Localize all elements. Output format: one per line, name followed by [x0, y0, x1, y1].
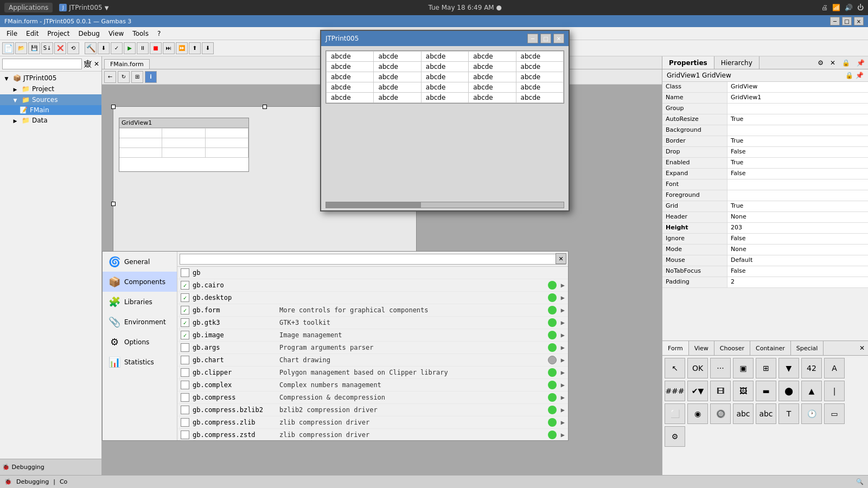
menu-view[interactable]: View: [104, 29, 128, 38]
toolbar-pause[interactable]: ⏸: [137, 42, 149, 54]
editor-btn-back[interactable]: ←: [104, 71, 116, 83]
palette-btn-4[interactable]: ⊞: [756, 358, 776, 378]
status-search-icon[interactable]: 🔍: [856, 478, 864, 485]
palette-btn-16[interactable]: ⬜: [665, 403, 685, 424]
props-lock2-icon[interactable]: 🔒: [845, 72, 853, 79]
window-indicator[interactable]: J JTPrint005 ▼: [59, 4, 108, 11]
editor-btn-refresh[interactable]: ↻: [118, 71, 130, 83]
sidebar-icon-graph[interactable]: 🕸: [84, 60, 92, 68]
props-row[interactable]: ClassGridView: [662, 82, 868, 93]
comp-sidebar-item-general[interactable]: 🌀General: [103, 252, 177, 272]
toolbar-step-up[interactable]: ⬆: [189, 42, 201, 54]
btab-form[interactable]: Form: [662, 341, 689, 355]
btab-view[interactable]: View: [689, 341, 714, 355]
sidebar-search-input[interactable]: [2, 59, 82, 69]
toolbar-step-end[interactable]: ⏭: [163, 42, 175, 54]
comp-arrow-5[interactable]: ▶: [561, 331, 565, 339]
toolbar-build[interactable]: 🔨: [85, 42, 97, 54]
comp-row-8[interactable]: gb.clipperPolygon management based on Cl…: [177, 367, 568, 379]
props-close-icon[interactable]: ✕: [827, 59, 839, 67]
props-row[interactable]: Font: [662, 179, 868, 190]
tab-properties[interactable]: Properties: [662, 56, 714, 69]
props-row[interactable]: HeaderNone: [662, 212, 868, 223]
palette-btn-10[interactable]: 🎞: [710, 381, 731, 401]
menu-tools[interactable]: Tools: [128, 29, 153, 38]
menu-edit[interactable]: Edit: [22, 29, 43, 38]
palette-btn-11[interactable]: 🖼: [733, 381, 754, 401]
app-close-btn[interactable]: ✕: [553, 34, 564, 43]
palette-btn-20[interactable]: abc: [756, 403, 776, 424]
palette-btn-24[interactable]: ⚙: [665, 426, 685, 447]
comp-row-13[interactable]: gb.compress.zstdzlib compression driver▶: [177, 429, 568, 440]
comp-check-11[interactable]: [181, 406, 189, 414]
btab-close-icon[interactable]: ✕: [856, 344, 868, 352]
props-row[interactable]: Group: [662, 104, 868, 114]
comp-sidebar-item-libraries[interactable]: 🧩Libraries: [103, 292, 177, 312]
comp-check-4[interactable]: [181, 318, 189, 327]
sidebar-close-search[interactable]: ✕: [94, 60, 99, 68]
app-maximize-btn[interactable]: □: [540, 34, 551, 43]
palette-btn-2[interactable]: ···: [710, 358, 731, 378]
props-pin-icon[interactable]: 📌: [853, 59, 868, 67]
props-row[interactable]: GridTrue: [662, 201, 868, 212]
palette-btn-13[interactable]: ⬤: [778, 381, 799, 401]
comp-row-1[interactable]: gb.cairo▶: [177, 279, 568, 292]
props-row[interactable]: EnabledTrue: [662, 158, 868, 169]
components-search-input[interactable]: [180, 254, 566, 265]
components-close-btn[interactable]: ✕: [556, 253, 566, 264]
comp-sidebar-item-statistics[interactable]: 📊Statistics: [103, 352, 177, 372]
app-minimize-btn[interactable]: ─: [527, 34, 538, 43]
palette-btn-9[interactable]: ✔▼: [687, 381, 708, 401]
palette-btn-0[interactable]: ↖: [665, 358, 685, 378]
toolbar-build2[interactable]: ⬇: [98, 42, 110, 54]
menu-debug[interactable]: Debug: [74, 29, 104, 38]
comp-check-2[interactable]: [181, 293, 189, 302]
comp-check-6[interactable]: [181, 343, 189, 352]
comp-check-7[interactable]: [181, 356, 189, 364]
palette-btn-7[interactable]: A: [824, 358, 845, 378]
comp-sidebar-item-options[interactable]: ⚙Options: [103, 332, 177, 352]
palette-btn-6[interactable]: 42: [801, 358, 822, 378]
props-row[interactable]: ExpandFalse: [662, 169, 868, 179]
comp-sidebar-item-environment[interactable]: 📎Environment: [103, 312, 177, 332]
comp-row-0[interactable]: gb: [177, 267, 568, 279]
comp-row-5[interactable]: gb.imageImage management▶: [177, 329, 568, 342]
comp-row-10[interactable]: gb.compressCompression & decompression▶: [177, 391, 568, 404]
comp-row-9[interactable]: gb.complexComplex numbers management▶: [177, 379, 568, 391]
app-scrollbar[interactable]: [326, 202, 564, 208]
comp-check-12[interactable]: [181, 418, 189, 427]
props-row[interactable]: Background: [662, 125, 868, 136]
comp-arrow-9[interactable]: ▶: [561, 381, 565, 389]
toolbar-run[interactable]: ▶: [124, 42, 136, 54]
tree-item-project[interactable]: 📁 Project: [0, 84, 101, 94]
comp-check-1[interactable]: [181, 281, 189, 290]
props-row[interactable]: IgnoreFalse: [662, 234, 868, 245]
btab-special[interactable]: Special: [791, 341, 824, 355]
palette-btn-3[interactable]: ▣: [733, 358, 754, 378]
comp-arrow-10[interactable]: ▶: [561, 394, 565, 401]
palette-btn-19[interactable]: abc: [733, 403, 754, 424]
palette-btn-17[interactable]: ◉: [687, 403, 708, 424]
toolbar-something[interactable]: ⟲: [67, 42, 79, 54]
comp-arrow-8[interactable]: ▶: [561, 369, 565, 376]
comp-arrow-7[interactable]: ▶: [561, 356, 565, 364]
menu-help[interactable]: ?: [153, 29, 165, 38]
comp-arrow-3[interactable]: ▶: [561, 306, 565, 314]
comp-arrow-2[interactable]: ▶: [561, 294, 565, 301]
ide-close-btn[interactable]: ×: [854, 17, 864, 25]
palette-btn-8[interactable]: ###: [665, 381, 685, 401]
tree-item-data[interactable]: 📁 Data: [0, 115, 101, 126]
ide-minimize-btn[interactable]: ─: [830, 17, 840, 25]
comp-check-8[interactable]: [181, 368, 189, 377]
props-row[interactable]: Height203: [662, 223, 868, 234]
comp-sidebar-item-components[interactable]: 📦Components: [103, 272, 177, 292]
comp-check-0[interactable]: [181, 268, 189, 277]
props-row[interactable]: BorderTrue: [662, 136, 868, 147]
comp-check-3[interactable]: [181, 306, 189, 314]
palette-btn-23[interactable]: ▭: [824, 403, 845, 424]
toolbar-stop[interactable]: ■: [150, 42, 162, 54]
comp-check-9[interactable]: [181, 381, 189, 389]
props-row[interactable]: Foreground: [662, 190, 868, 201]
tree-root[interactable]: 📦 JTPrint005: [0, 73, 101, 84]
toolbar-save[interactable]: 💾: [28, 42, 40, 54]
